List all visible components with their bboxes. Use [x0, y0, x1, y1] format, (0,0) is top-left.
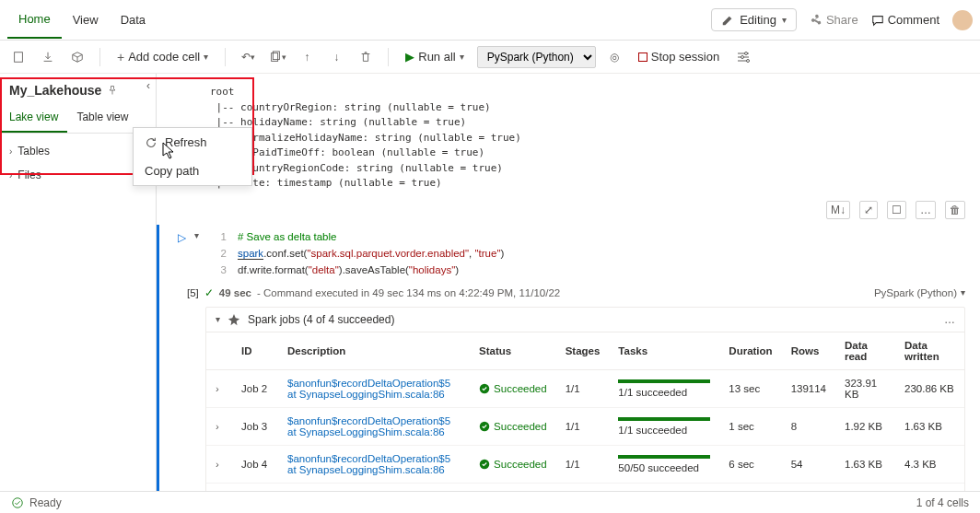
duration: 13 sec [719, 369, 781, 407]
share-button[interactable]: Share [810, 13, 858, 27]
rows: 139114 [782, 369, 835, 407]
data-read: 1.63 KB [835, 445, 895, 483]
job-description-link[interactable]: $anonfun$recordDeltaOperation$5 at Synap… [278, 369, 470, 407]
stages: 1/1 [556, 407, 610, 445]
move-up-icon[interactable]: ↑ [296, 46, 318, 68]
tasks: 1/1 succeeded [609, 483, 719, 491]
job-id: Job 2 [232, 369, 278, 407]
spark-jobs-table: ID Description Status Stages Tasks Durat… [206, 332, 964, 491]
chevron-right-icon[interactable]: › [216, 459, 219, 470]
add-code-cell-label: Add code cell [128, 50, 200, 64]
comment-button[interactable]: Comment [871, 13, 939, 27]
col-read[interactable]: Data read [835, 332, 895, 370]
cube-icon[interactable] [66, 46, 88, 68]
pin-icon[interactable] [107, 85, 118, 96]
data-written: 0 B [895, 483, 964, 491]
editing-mode-button[interactable]: Editing ▾ [711, 8, 797, 31]
job-description-link[interactable]: $anonfun$recordDeltaOperation$5 at Synap… [278, 483, 470, 491]
duration: < 1 ms [719, 483, 781, 491]
download-icon[interactable] [37, 46, 59, 68]
run-cell-button[interactable]: ▷ [169, 225, 194, 251]
col-id[interactable]: ID [232, 332, 278, 370]
language-select[interactable]: PySpark (Python) [477, 46, 596, 68]
check-circle-icon [11, 496, 24, 509]
svg-point-5 [747, 59, 750, 62]
spark-jobs-title: Spark jobs (4 of 4 succeeded) [248, 313, 394, 326]
stages: 1/-1 [556, 483, 610, 491]
clipboard-icon[interactable] [7, 46, 29, 68]
col-tasks[interactable]: Tasks [609, 332, 719, 370]
status-badge: Succeeded [479, 421, 547, 432]
share-label: Share [826, 13, 858, 27]
toolbar: + Add code cell ▾ ↶▾ ▾ ↑ ↓ ▶ Run all ▾ P… [0, 41, 980, 74]
cell-actions: M↓ ⤢ ☐ … 🗑 [157, 195, 965, 225]
duration: 1 sec [719, 407, 781, 445]
status-bar: Ready 1 of 4 cells [0, 491, 980, 513]
col-written[interactable]: Data written [895, 332, 964, 370]
job-id: Job 4 [232, 445, 278, 483]
tab-table-view[interactable]: Table view [67, 103, 137, 133]
ribbon: Home View Data Editing ▾ Share Comment [0, 0, 980, 41]
tasks: 1/1 succeeded [609, 407, 719, 445]
collapse-sidebar-icon[interactable]: ‹ [146, 79, 150, 92]
context-copy-path[interactable]: Copy path [134, 157, 251, 185]
col-desc[interactable]: Description [278, 332, 470, 370]
rows: 54 [782, 445, 835, 483]
tasks: 50/50 succeeded [609, 445, 719, 483]
check-icon: ✓ [204, 286, 214, 299]
chevron-right-icon[interactable]: › [216, 383, 219, 394]
job-description-link[interactable]: $anonfun$recordDeltaOperation$5 at Synap… [278, 445, 470, 483]
col-status[interactable]: Status [470, 332, 556, 370]
tab-data[interactable]: Data [110, 2, 157, 38]
execution-message: - Command executed in 49 sec 134 ms on 4… [257, 287, 560, 298]
editing-label: Editing [740, 13, 776, 27]
status-badge: Succeeded [479, 383, 547, 394]
tab-view[interactable]: View [62, 2, 110, 38]
stop-session-button[interactable]: Stop session [633, 46, 725, 67]
cell-language[interactable]: PySpark (Python) [874, 287, 957, 298]
more-icon[interactable]: … [916, 201, 936, 219]
table-row: ›Job 2$anonfun$recordDeltaOperation$5 at… [206, 369, 964, 407]
refresh-icon [145, 136, 158, 149]
chevron-right-icon: › [9, 146, 12, 157]
chevron-down-icon[interactable]: ▾ [216, 314, 220, 324]
col-rows[interactable]: Rows [782, 332, 835, 370]
col-duration[interactable]: Duration [719, 332, 781, 370]
add-code-cell-button[interactable]: + Add code cell ▾ [111, 46, 214, 68]
undo-icon[interactable]: ↶▾ [237, 46, 259, 68]
status-badge: Succeeded [479, 459, 547, 470]
code-editor[interactable]: 1# Save as delta table 2spark.conf.set("… [199, 225, 504, 283]
stages: 1/1 [556, 369, 610, 407]
delete-icon[interactable] [355, 46, 377, 68]
plus-icon: + [117, 50, 124, 64]
share-icon [810, 14, 822, 27]
spark-icon [228, 313, 240, 326]
col-stages[interactable]: Stages [556, 332, 610, 370]
data-written: 1.63 KB [895, 407, 964, 445]
data-read: 323.91 KB [835, 369, 895, 407]
run-all-button[interactable]: ▶ Run all ▾ [400, 46, 469, 67]
duration-label: 49 sec [219, 287, 251, 298]
comment-icon [871, 14, 884, 27]
copy-icon[interactable]: ▾ [266, 46, 288, 68]
tab-home[interactable]: Home [7, 1, 62, 39]
data-read: 4.3 KB [835, 483, 895, 491]
delete-cell-icon[interactable]: 🗑 [945, 201, 965, 219]
chevron-right-icon[interactable]: › [216, 421, 219, 432]
tab-lake-view[interactable]: Lake view [0, 103, 67, 133]
markdown-toggle[interactable]: M↓ [826, 201, 850, 219]
move-down-icon[interactable]: ↓ [325, 46, 347, 68]
chevron-down-icon: ▾ [782, 15, 787, 25]
link-icon[interactable]: ◎ [603, 46, 625, 68]
play-icon: ▶ [405, 50, 414, 64]
files-label: Files [18, 169, 41, 181]
user-avatar[interactable] [952, 10, 973, 30]
job-description-link[interactable]: $anonfun$recordDeltaOperation$5 at Synap… [278, 407, 470, 445]
table-row: ›Job 4$anonfun$recordDeltaOperation$5 at… [206, 445, 964, 483]
output-icon[interactable]: ☐ [887, 201, 906, 219]
expand-icon[interactable]: ⤢ [859, 201, 878, 219]
more-icon[interactable]: … [944, 313, 955, 326]
context-menu: Refresh Copy path [133, 127, 252, 186]
settings-icon[interactable] [732, 46, 754, 68]
context-refresh[interactable]: Refresh [134, 128, 251, 157]
